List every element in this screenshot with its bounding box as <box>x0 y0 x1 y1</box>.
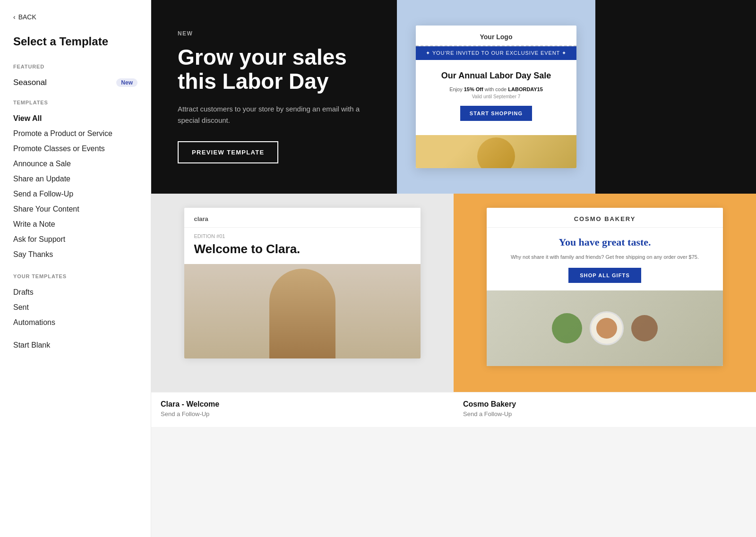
cosmo-headline: You have great taste. <box>487 228 722 253</box>
email-image <box>416 135 576 168</box>
cosmo-brand: COSMO BAKERY <box>487 208 722 228</box>
email-preview-card: Your Logo ✦ YOU'RE INVITED TO OUR EXCLUS… <box>416 26 576 168</box>
clara-card-info: Clara - Welcome Send a Follow-Up <box>151 392 454 427</box>
cosmo-card-name: Cosmo Bakery <box>463 400 747 409</box>
nav-item-share-update[interactable]: Share an Update <box>13 171 137 187</box>
cosmo-card-type: Send a Follow-Up <box>463 410 747 418</box>
hero-description: Attract customers to your store by sendi… <box>178 103 367 126</box>
clara-photo <box>184 264 420 358</box>
featured-item[interactable]: Seasonal New <box>13 75 137 90</box>
nav-item-view-all[interactable]: View All <box>13 111 137 126</box>
featured-section-label: FEATURED <box>13 64 137 69</box>
email-headline: Our Annual Labor Day Sale <box>425 70 567 81</box>
nav-item-share-content[interactable]: Share Your Content <box>13 202 137 217</box>
cosmo-email-preview: COSMO BAKERY You have great taste. Why n… <box>487 208 722 366</box>
cosmo-preview-area: COSMO BAKERY You have great taste. Why n… <box>454 194 756 392</box>
email-logo: Your Logo <box>416 26 576 46</box>
nav-item-say-thanks[interactable]: Say Thanks <box>13 247 137 262</box>
template-card-clara[interactable]: clara EDITION #01 Welcome to Clara. Clar… <box>151 194 454 427</box>
email-body: Our Annual Labor Day Sale Enjoy 15% Off … <box>416 60 576 135</box>
templates-section-label: TEMPLATES <box>13 100 137 105</box>
clara-title: Welcome to Clara. <box>184 242 420 264</box>
template-grid: clara EDITION #01 Welcome to Clara. Clar… <box>151 194 756 427</box>
preview-template-button[interactable]: PREVIEW TEMPLATE <box>178 141 278 163</box>
cosmo-card-info: Cosmo Bakery Send a Follow-Up <box>454 392 756 427</box>
template-nav: View All Promote a Product or Service Pr… <box>13 111 137 262</box>
your-templates-label: YOUR TEMPLATES <box>13 273 137 279</box>
hero-section: NEW Grow your sales this Labor Day Attra… <box>151 0 756 194</box>
back-label: BACK <box>18 13 36 21</box>
page-title: Select a Template <box>13 34 137 49</box>
clara-card-type: Send a Follow-Up <box>161 410 444 418</box>
hero-text-area: NEW Grow your sales this Labor Day Attra… <box>151 0 397 194</box>
nav-item-send-followup[interactable]: Send a Follow-Up <box>13 187 137 202</box>
food-plate <box>590 311 624 345</box>
email-valid-text: Valid until September 7 <box>425 94 567 99</box>
nav-item-promote-product[interactable]: Promote a Product or Service <box>13 126 137 141</box>
cosmo-subtext: Why not share it with family and friends… <box>487 253 722 268</box>
main-content: NEW Grow your sales this Labor Day Attra… <box>151 0 756 537</box>
new-badge: New <box>116 78 137 87</box>
food-decoration-1 <box>552 313 582 343</box>
nav-item-write-note[interactable]: Write a Note <box>13 217 137 232</box>
featured-item-label: Seasonal <box>13 78 47 87</box>
email-banner: ✦ YOU'RE INVITED TO OUR EXCLUSIVE EVENT … <box>416 46 576 60</box>
sidebar: ‹ BACK Select a Template FEATURED Season… <box>0 0 151 537</box>
clara-preview-area: clara EDITION #01 Welcome to Clara. <box>151 194 454 392</box>
clara-edition: EDITION #01 <box>184 228 420 242</box>
nav-item-drafts[interactable]: Drafts <box>13 285 137 300</box>
template-card-cosmo[interactable]: COSMO BAKERY You have great taste. Why n… <box>454 194 756 427</box>
nav-item-announce-sale[interactable]: Announce a Sale <box>13 156 137 171</box>
food-decoration-2 <box>631 315 658 341</box>
nav-item-ask-support[interactable]: Ask for Support <box>13 232 137 247</box>
clara-card-name: Clara - Welcome <box>161 400 444 409</box>
clara-email-preview: clara EDITION #01 Welcome to Clara. <box>184 208 420 358</box>
chevron-left-icon: ‹ <box>13 13 16 21</box>
food-inner <box>596 318 617 339</box>
cosmo-cta-button: Shop all gifts <box>568 268 641 283</box>
nav-item-automations[interactable]: Automations <box>13 315 137 330</box>
email-cta-button: START SHOPPING <box>460 106 532 121</box>
basket-decoration <box>477 137 515 168</box>
hero-title: Grow your sales this Labor Day <box>178 45 370 93</box>
nav-item-sent[interactable]: Sent <box>13 300 137 315</box>
nav-item-promote-classes[interactable]: Promote Classes or Events <box>13 141 137 156</box>
cosmo-food-image <box>487 290 722 366</box>
your-templates-section: YOUR TEMPLATES Drafts Sent Automations <box>13 273 137 330</box>
email-discount-text: Enjoy 15% Off with code LABORDAY15 <box>425 86 567 92</box>
clara-brand: clara <box>184 208 420 228</box>
start-blank-link[interactable]: Start Blank <box>13 338 137 353</box>
hero-tag: NEW <box>178 30 370 37</box>
hero-email-preview: Your Logo ✦ YOU'RE INVITED TO OUR EXCLUS… <box>397 0 595 194</box>
person-silhouette <box>269 269 335 358</box>
back-button[interactable]: ‹ BACK <box>13 13 137 21</box>
